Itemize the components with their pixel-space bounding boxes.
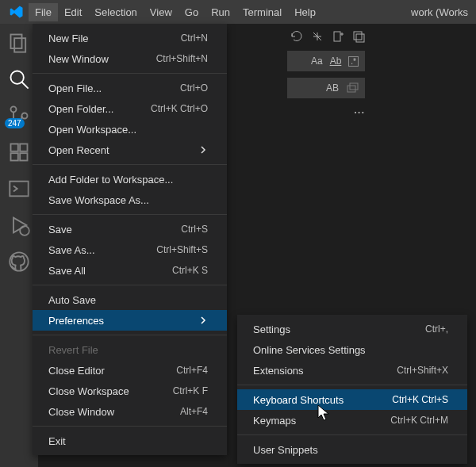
file-menu-close-window[interactable]: Close WindowAlt+F4 <box>33 401 227 422</box>
titlebar: File Edit Selection View Go Run Terminal… <box>0 0 476 24</box>
svg-point-6 <box>22 113 28 119</box>
explorer-icon[interactable] <box>8 32 30 54</box>
svg-rect-1 <box>14 38 25 52</box>
file-menu-save-as-[interactable]: Save As...Ctrl+Shift+S <box>33 239 227 260</box>
run-debug-icon[interactable] <box>8 214 30 236</box>
clear-icon[interactable] <box>311 30 324 43</box>
new-file-icon[interactable] <box>332 30 344 43</box>
extensions-icon[interactable] <box>8 141 30 163</box>
match-case-opt[interactable]: Aa <box>311 56 323 67</box>
vscode-logo-icon <box>10 5 24 19</box>
collapse-icon[interactable] <box>352 30 365 43</box>
svg-point-4 <box>11 106 17 112</box>
window-title: work (Works <box>411 6 471 18</box>
replace-input-row[interactable]: AB <box>287 78 365 98</box>
file-menu-new-file[interactable]: New FileCtrl+N <box>33 28 227 48</box>
pref-menu-settings[interactable]: SettingsCtrl+, <box>237 319 467 339</box>
menu-selection[interactable]: Selection <box>88 3 143 21</box>
file-menu-preferences[interactable]: Preferences <box>33 310 227 331</box>
file-menu-save-all[interactable]: Save AllCtrl+K S <box>33 260 227 281</box>
github-icon[interactable] <box>8 251 30 273</box>
menu-terminal[interactable]: Terminal <box>236 3 288 21</box>
replace-all-icon[interactable] <box>346 82 359 94</box>
pref-menu-keyboard-shortcuts[interactable]: Keyboard ShortcutsCtrl+K Ctrl+S <box>237 389 467 410</box>
svg-rect-8 <box>20 144 27 151</box>
file-menu-open-recent[interactable]: Open Recent <box>33 140 227 160</box>
refresh-icon[interactable] <box>290 30 303 43</box>
pref-menu-online-services-settings[interactable]: Online Services Settings <box>237 339 467 360</box>
file-menu-open-workspace-[interactable]: Open Workspace... <box>33 119 227 140</box>
whole-word-opt[interactable]: Ab <box>330 56 342 67</box>
file-menu-add-folder-to-workspace-[interactable]: Add Folder to Workspace... <box>33 169 227 189</box>
menu-go[interactable]: Go <box>178 3 205 21</box>
menubar: File Edit Selection View Go Run Terminal… <box>29 3 322 21</box>
svg-rect-24 <box>350 83 358 90</box>
search-icon[interactable] <box>8 68 30 90</box>
svg-point-13 <box>20 226 29 235</box>
file-menu-open-folder-[interactable]: Open Folder...Ctrl+K Ctrl+O <box>33 98 227 119</box>
menu-view[interactable]: View <box>144 3 178 21</box>
regex-opt[interactable]: .* <box>348 56 359 67</box>
svg-rect-23 <box>347 86 355 92</box>
svg-rect-18 <box>334 32 340 41</box>
svg-rect-21 <box>354 32 362 40</box>
svg-rect-22 <box>356 34 364 42</box>
svg-rect-7 <box>11 144 18 151</box>
menu-file[interactable]: File <box>29 3 58 21</box>
file-menu-auto-save[interactable]: Auto Save <box>33 289 227 310</box>
svg-rect-11 <box>10 182 28 197</box>
svg-rect-0 <box>11 35 22 49</box>
svg-rect-10 <box>20 153 27 160</box>
file-menu-close-editor[interactable]: Close EditorCtrl+F4 <box>33 360 227 381</box>
pref-menu-keymaps[interactable]: KeymapsCtrl+K Ctrl+M <box>237 410 467 431</box>
svg-rect-9 <box>11 153 18 160</box>
scm-badge: 247 <box>5 118 25 128</box>
file-menu-open-file-[interactable]: Open File...Ctrl+O <box>33 78 227 98</box>
debug-console-icon[interactable] <box>8 178 30 200</box>
source-control-icon[interactable]: 247 <box>8 105 30 127</box>
svg-line-3 <box>22 82 29 89</box>
file-menu-close-workspace[interactable]: Close WorkspaceCtrl+K F <box>33 381 227 401</box>
search-panel: Aa Ab .* AB ··· <box>287 30 365 118</box>
preferences-submenu: SettingsCtrl+,Online Services SettingsEx… <box>237 315 467 464</box>
menu-help[interactable]: Help <box>288 3 322 21</box>
file-menu-revert-file: Revert File <box>33 339 227 360</box>
search-input-row[interactable]: Aa Ab .* <box>287 51 365 71</box>
file-menu-dropdown: New FileCtrl+NNew WindowCtrl+Shift+NOpen… <box>33 24 227 455</box>
svg-point-2 <box>11 71 24 84</box>
toggle-details-icon[interactable]: ··· <box>287 106 365 118</box>
file-menu-exit[interactable]: Exit <box>33 431 227 451</box>
menu-edit[interactable]: Edit <box>58 3 88 21</box>
preserve-case-opt[interactable]: AB <box>326 82 339 94</box>
menu-run[interactable]: Run <box>205 3 236 21</box>
pref-menu-extensions[interactable]: ExtensionsCtrl+Shift+X <box>237 360 467 381</box>
file-menu-save-workspace-as-[interactable]: Save Workspace As... <box>33 189 227 210</box>
file-menu-new-window[interactable]: New WindowCtrl+Shift+N <box>33 48 227 69</box>
pref-menu-user-snippets[interactable]: User Snippets <box>237 439 467 460</box>
file-menu-save[interactable]: SaveCtrl+S <box>33 219 227 239</box>
